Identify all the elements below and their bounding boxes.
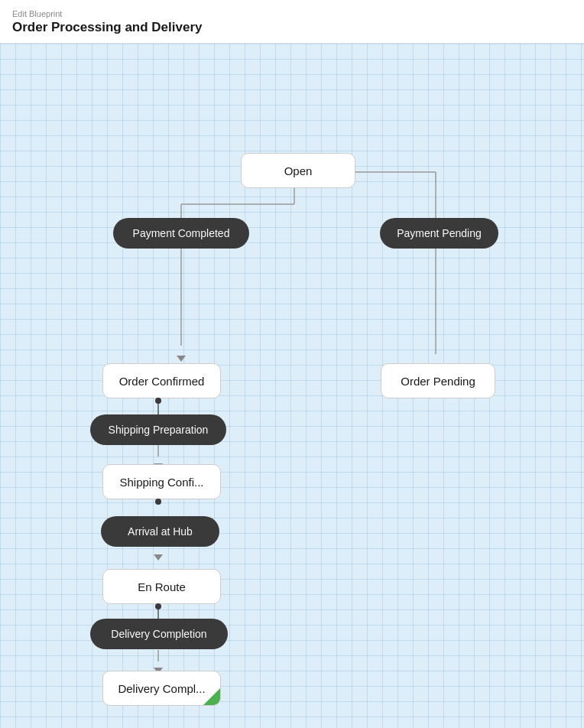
- node-arrival-at-hub[interactable]: Arrival at Hub: [101, 516, 219, 547]
- node-delivery-complete[interactable]: Delivery Compl...: [102, 671, 221, 706]
- header-subtitle: Edit Blueprint: [12, 9, 572, 18]
- header: Edit Blueprint Order Processing and Deli…: [0, 0, 584, 44]
- header-title: Order Processing and Delivery: [12, 20, 572, 35]
- node-order-pending[interactable]: Order Pending: [381, 363, 495, 398]
- dot-shipping-confirmed: [155, 499, 161, 505]
- dot-order-confirmed: [155, 398, 161, 404]
- blueprint-canvas[interactable]: Open Payment Completed Payment Pending O…: [0, 44, 584, 728]
- node-open[interactable]: Open: [241, 153, 355, 188]
- node-delivery-completion[interactable]: Delivery Completion: [90, 619, 228, 649]
- node-order-confirmed[interactable]: Order Confirmed: [102, 363, 221, 398]
- node-en-route[interactable]: En Route: [102, 569, 221, 604]
- arrow-order-confirmed: [177, 356, 186, 362]
- node-payment-pending[interactable]: Payment Pending: [380, 218, 498, 249]
- node-shipping-preparation[interactable]: Shipping Preparation: [90, 414, 226, 445]
- green-corner-icon: [203, 688, 220, 705]
- arrow-en-route: [154, 554, 163, 561]
- node-shipping-confirmed[interactable]: Shipping Confi...: [102, 464, 221, 499]
- node-payment-completed[interactable]: Payment Completed: [113, 218, 249, 249]
- dot-en-route: [155, 603, 161, 609]
- connectors-svg: [0, 44, 584, 728]
